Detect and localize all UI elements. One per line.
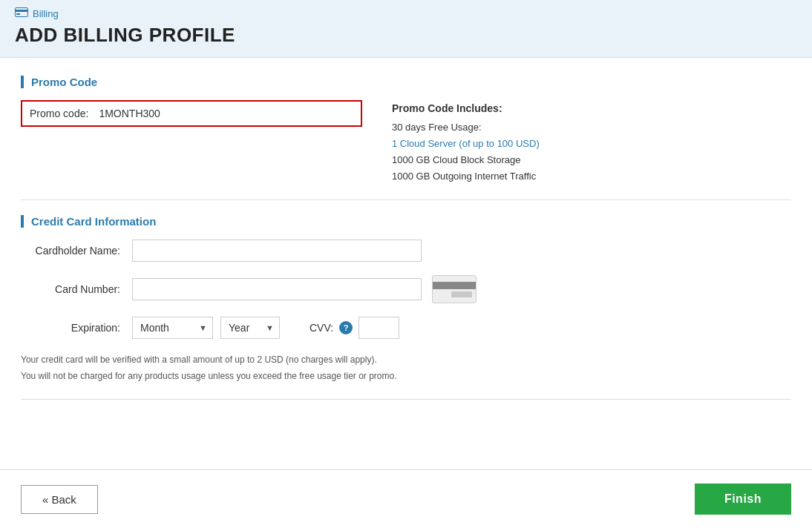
promo-info-line-3: 1000 GB Outgoing Internet Traffic: [392, 171, 536, 182]
month-select[interactable]: Month January February March April May J…: [132, 317, 213, 339]
finish-button[interactable]: Finish: [695, 484, 791, 515]
breadcrumb-label: Billing: [33, 8, 59, 19]
promo-info-title: Promo Code Includes:: [392, 100, 540, 118]
cardholder-name-row: Cardholder Name:: [21, 240, 791, 262]
promo-info-line-0: 30 days Free Usage:: [392, 122, 482, 133]
card-icon: [432, 275, 477, 303]
notice-text: Your credit card will be verified with a…: [21, 352, 791, 384]
month-select-wrapper: Month January February March April May J…: [132, 317, 213, 339]
svg-rect-2: [16, 13, 20, 15]
promo-label: Promo code:: [30, 108, 88, 119]
cvv-input[interactable]: [358, 317, 399, 339]
promo-section: Promo Code Promo code: Promo Code Includ…: [21, 76, 791, 185]
expiration-row: Expiration: Month January February March…: [21, 317, 791, 339]
promo-input-group: Promo code:: [21, 100, 362, 127]
svg-rect-0: [16, 8, 28, 17]
credit-card-icon: [15, 7, 28, 19]
promo-code-input[interactable]: [99, 108, 353, 119]
notice-line-1: Your credit card will be verified with a…: [21, 354, 377, 365]
card-chip: [451, 291, 472, 297]
year-select-wrapper: Year 2024 2025 2026 2027 2028 2029 2030 …: [220, 317, 280, 339]
expiration-inputs: Month January February March April May J…: [132, 317, 399, 339]
promo-info-line-2: 1000 GB Cloud Block Storage: [392, 154, 520, 165]
card-number-row: Card Number:: [21, 275, 791, 303]
promo-section-title: Promo Code: [21, 76, 791, 88]
cvv-group: CVV: ?: [310, 317, 399, 339]
svg-rect-1: [15, 10, 28, 12]
breadcrumb: Billing: [15, 7, 797, 19]
cardholder-name-input[interactable]: [132, 240, 422, 262]
cvv-label: CVV:: [310, 322, 333, 334]
divider-2: [21, 399, 791, 400]
divider-1: [21, 199, 791, 200]
page-title: ADD BILLING PROFILE: [15, 24, 797, 47]
card-number-input-group: [132, 275, 477, 303]
notice-line-2: You will not be charged for any products…: [21, 371, 397, 381]
credit-card-section-title: Credit Card Information: [21, 215, 791, 228]
card-number-label: Card Number:: [21, 283, 132, 295]
promo-row: Promo code: Promo Code Includes: 30 days…: [21, 100, 791, 185]
promo-info: Promo Code Includes: 30 days Free Usage:…: [392, 100, 540, 185]
card-number-input[interactable]: [132, 278, 422, 300]
expiration-label: Expiration:: [21, 322, 132, 334]
back-button[interactable]: « Back: [21, 485, 98, 514]
footer-bar: « Back Finish: [0, 469, 812, 528]
cardholder-name-label: Cardholder Name:: [21, 245, 132, 257]
year-select[interactable]: Year 2024 2025 2026 2027 2028 2029 2030 …: [220, 317, 280, 339]
promo-info-line-1: 1 Cloud Server (of up to 100 USD): [392, 138, 540, 149]
credit-card-section: Credit Card Information Cardholder Name:…: [21, 215, 791, 384]
cvv-help-icon[interactable]: ?: [339, 321, 353, 334]
card-stripe: [433, 282, 476, 289]
